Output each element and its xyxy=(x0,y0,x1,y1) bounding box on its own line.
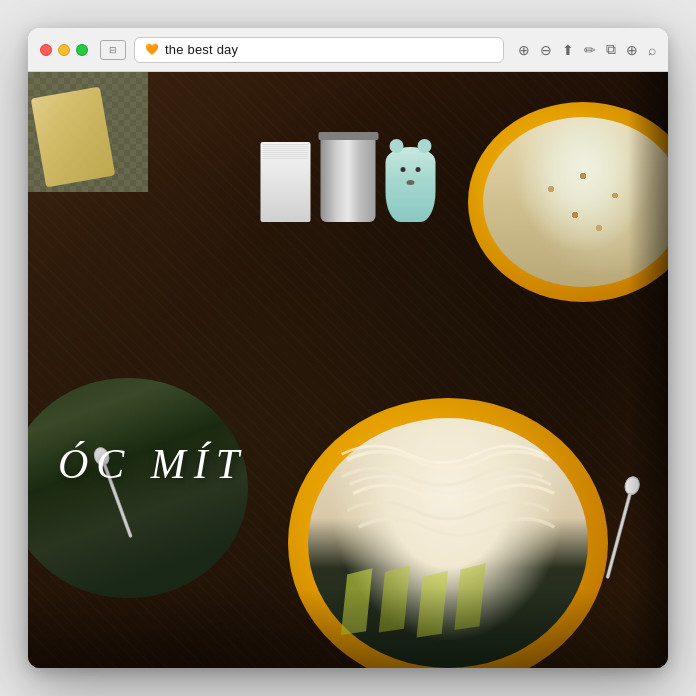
metal-cup xyxy=(321,132,376,222)
toolbar-icons: ⊕ ⊖ ⬆ ✏ ⧉ ⊕ ⌕ xyxy=(518,41,656,58)
share-icon[interactable]: ⬆ xyxy=(562,42,574,58)
title-bar: ⊟ 🧡 the best day ⊕ ⊖ ⬆ ✏ ⧉ ⊕ ⌕ xyxy=(28,28,668,72)
bear-ear-right xyxy=(418,139,432,153)
browser-window: ⊟ 🧡 the best day ⊕ ⊖ ⬆ ✏ ⧉ ⊕ ⌕ xyxy=(28,28,668,668)
bear-face xyxy=(398,167,424,185)
window-icon[interactable]: ⧉ xyxy=(606,41,616,58)
url-bar[interactable]: 🧡 the best day xyxy=(134,37,504,63)
bear-cup xyxy=(386,147,436,222)
maximize-button[interactable] xyxy=(76,44,88,56)
bowl-blue-left-inner xyxy=(28,378,248,598)
center-items xyxy=(261,132,436,222)
napkin-holder xyxy=(261,142,311,222)
search-icon[interactable]: ⌕ xyxy=(648,42,656,58)
search-zoom-in-icon[interactable]: ⊕ xyxy=(518,42,530,58)
zoom-out-icon[interactable]: ⊖ xyxy=(540,42,552,58)
right-shadow xyxy=(628,72,668,668)
close-button[interactable] xyxy=(40,44,52,56)
traffic-lights xyxy=(40,44,88,56)
noodles-svg xyxy=(336,431,560,556)
edit-icon[interactable]: ✏ xyxy=(584,42,596,58)
favicon-icon: 🧡 xyxy=(145,43,159,56)
overlay-text: ÓC MÍT xyxy=(58,440,247,488)
tab-view-button[interactable]: ⊟ xyxy=(100,40,126,60)
content-area: ÓC MÍT xyxy=(28,72,668,668)
depth-shadow xyxy=(28,588,668,668)
bear-eye-left xyxy=(401,167,406,172)
bear-nose xyxy=(407,180,415,185)
bear-ear-left xyxy=(390,139,404,153)
minimize-button[interactable] xyxy=(58,44,70,56)
history-icon[interactable]: ⊕ xyxy=(626,42,638,58)
tab-view-icon: ⊟ xyxy=(109,45,117,55)
food-image: ÓC MÍT xyxy=(28,72,668,668)
url-text: the best day xyxy=(165,42,238,57)
bear-eye-right xyxy=(416,167,421,172)
